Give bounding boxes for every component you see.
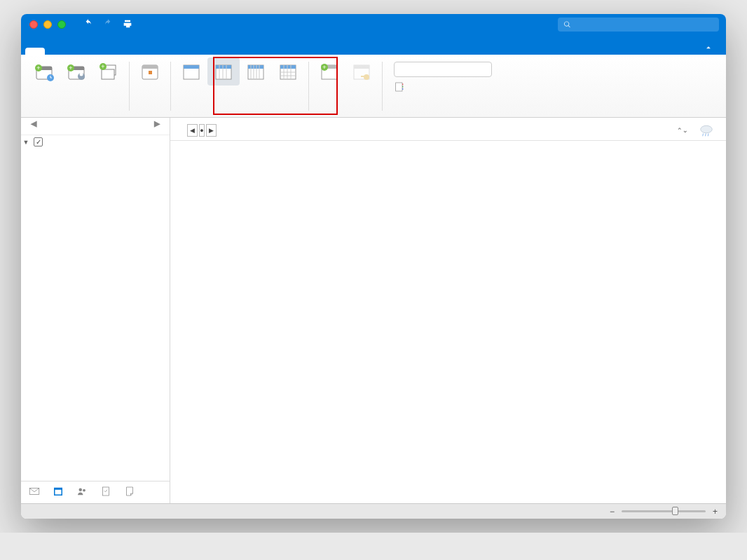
svg-rect-12	[102, 69, 114, 79]
prev-range-button[interactable]: ◀	[187, 124, 198, 137]
svg-point-10	[80, 73, 83, 76]
close-window-button[interactable]	[29, 20, 38, 29]
address-book-icon	[394, 81, 405, 93]
svg-rect-49	[402, 88, 403, 90]
month-view-button[interactable]	[272, 57, 304, 86]
time-grid[interactable]	[170, 141, 726, 503]
zoom-slider[interactable]: − +	[610, 507, 718, 517]
svg-rect-43	[354, 65, 369, 69]
redo-icon	[102, 18, 114, 32]
sidebar: ◀ ▶ ▼ ✓	[21, 118, 170, 503]
svg-text:+: +	[69, 64, 72, 71]
find-contact-input[interactable]	[394, 62, 492, 77]
people-view-button[interactable]	[76, 485, 88, 500]
titlebar	[21, 14, 726, 35]
print-icon[interactable]	[122, 18, 133, 32]
quick-access-toolbar	[74, 18, 133, 32]
svg-rect-32	[280, 65, 296, 69]
new-items-button[interactable]: +	[92, 57, 125, 86]
undo-icon[interactable]	[83, 18, 94, 32]
svg-rect-48	[402, 86, 403, 88]
appointment-button[interactable]: +	[28, 57, 60, 86]
svg-rect-16	[142, 65, 158, 69]
svg-rect-52	[55, 490, 62, 495]
search-input[interactable]	[575, 19, 713, 30]
calendar-view-button[interactable]	[52, 485, 64, 500]
calendar-tree: ▼ ✓	[21, 135, 170, 481]
collapse-ribbon-button[interactable]	[704, 43, 713, 55]
svg-text:+: +	[101, 63, 104, 70]
mini-calendar-august: ◀ ▶	[21, 118, 170, 126]
weather-location[interactable]: ⌃⌄	[674, 127, 688, 134]
svg-rect-26	[248, 65, 263, 69]
svg-point-54	[83, 489, 85, 492]
svg-rect-45	[361, 76, 366, 77]
tab-organize[interactable]	[45, 48, 64, 55]
today-button[interactable]	[134, 57, 166, 86]
svg-line-57	[703, 134, 704, 137]
open-shared-calendar-button[interactable]: +	[313, 57, 345, 86]
calendar-main-view: ◀ ● ▶ ⌃⌄	[170, 118, 726, 503]
svg-point-53	[79, 489, 83, 492]
svg-line-59	[708, 134, 708, 137]
search-icon	[563, 20, 571, 29]
notes-view-button[interactable]	[123, 485, 136, 500]
tasks-view-button[interactable]	[100, 485, 112, 500]
day-view-button[interactable]	[175, 57, 207, 86]
checkbox-icon[interactable]: ✓	[34, 137, 43, 146]
meeting-button[interactable]: +	[60, 57, 92, 86]
nav-switcher	[21, 481, 170, 503]
calendar-permissions-button	[345, 57, 378, 86]
ribbon-tabs	[21, 35, 726, 55]
zoom-out-button[interactable]: −	[610, 507, 615, 517]
svg-rect-47	[402, 83, 403, 85]
svg-rect-46	[396, 83, 402, 91]
window-controls	[21, 20, 74, 29]
prev-month-button[interactable]: ◀	[31, 119, 36, 128]
minimize-window-button[interactable]	[43, 20, 52, 29]
svg-text:+: +	[36, 64, 40, 71]
svg-rect-19	[184, 65, 199, 69]
next-month-button[interactable]: ▶	[154, 119, 160, 128]
ribbon: + + +	[21, 55, 726, 118]
today-marker-button[interactable]: ●	[199, 124, 205, 137]
search-field[interactable]	[558, 18, 719, 32]
rain-cloud-icon	[698, 123, 715, 137]
weather-widget[interactable]	[698, 123, 719, 137]
address-book-button[interactable]	[394, 81, 492, 93]
tab-home[interactable]	[25, 48, 45, 55]
work-week-view-button[interactable]	[207, 57, 240, 86]
svg-rect-21	[216, 65, 231, 69]
chevron-down-icon[interactable]: ▼	[22, 139, 29, 146]
dropdown-icon: ⌃⌄	[677, 127, 688, 134]
mini-calendar-september	[21, 126, 170, 135]
next-range-button[interactable]: ▶	[206, 124, 217, 137]
app-window: + + +	[21, 14, 726, 519]
week-view-button[interactable]	[240, 57, 272, 86]
tab-tools[interactable]	[64, 48, 84, 55]
zoom-in-button[interactable]: +	[713, 507, 718, 517]
status-bar: − +	[21, 503, 726, 519]
svg-line-58	[706, 134, 706, 137]
calendar-tree-root[interactable]: ▼ ✓	[21, 135, 170, 149]
svg-point-56	[701, 125, 713, 133]
mail-view-button[interactable]	[28, 485, 41, 500]
zoom-window-button[interactable]	[57, 20, 66, 29]
svg-text:+: +	[322, 64, 326, 71]
svg-rect-17	[149, 71, 152, 74]
